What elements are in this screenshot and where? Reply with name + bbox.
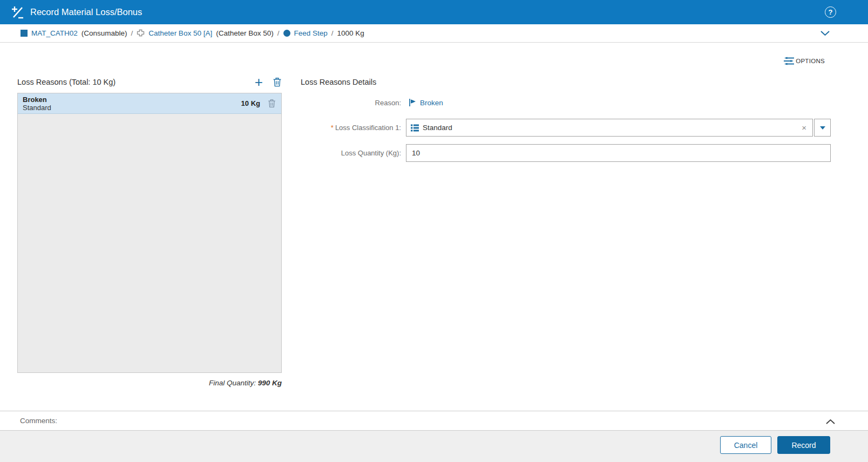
reason-value-wrap: Broken	[408, 98, 443, 107]
reason-row: Reason: Broken	[301, 97, 443, 108]
delete-all-loss-reasons-button[interactable]	[273, 77, 282, 87]
flag-icon	[408, 98, 417, 107]
comments-label: Comments:	[20, 417, 57, 425]
breadcrumb-container-link[interactable]: Catheter Box 50 [A]	[148, 29, 212, 37]
breadcrumb-separator: /	[277, 29, 280, 37]
loss-reason-item-quantity: 10 Kg	[241, 99, 260, 107]
dropdown-arrow-icon	[820, 126, 825, 130]
breadcrumb-container-desc: (Catheter Box 50)	[216, 29, 274, 37]
cancel-button[interactable]: Cancel	[720, 436, 771, 454]
reason-label: Reason:	[301, 99, 401, 107]
title-bar: Record Material Loss/Bonus ?	[0, 0, 868, 24]
options-icon	[784, 57, 794, 65]
material-icon	[21, 30, 28, 37]
final-quantity: Final Quantity: 990 Kg	[17, 379, 282, 387]
loss-classification-control: Standard ×	[406, 119, 831, 137]
options-label: OPTIONS	[796, 58, 825, 64]
reason-value: Broken	[420, 99, 443, 107]
chevron-up-icon[interactable]	[825, 417, 836, 427]
loss-reason-item-classification: Standard	[23, 104, 241, 112]
breadcrumb-step-link[interactable]: Feed Step	[294, 29, 328, 37]
breadcrumb-quantity: 1000 Kg	[337, 29, 364, 37]
loss-reasons-list: Broken Standard 10 Kg	[17, 93, 282, 373]
main-content: OPTIONS Loss Reasons (Total: 10 Kg) + Br…	[0, 43, 868, 411]
options-button[interactable]: OPTIONS	[784, 57, 825, 65]
loss-quantity-input[interactable]	[406, 144, 831, 162]
loss-classification-row: *Loss Classification 1: Standard ×	[301, 119, 831, 137]
loss-classification-label: *Loss Classification 1:	[301, 124, 401, 132]
container-icon	[137, 29, 145, 37]
loss-reason-list-item[interactable]: Broken Standard 10 Kg	[18, 93, 281, 114]
loss-reason-item-text: Broken Standard	[23, 96, 241, 112]
loss-reasons-details-title: Loss Reasons Details	[301, 78, 376, 86]
chevron-down-icon[interactable]	[820, 30, 830, 38]
delete-loss-reason-button[interactable]	[268, 99, 276, 108]
required-marker: *	[331, 124, 334, 132]
loss-classification-field[interactable]: Standard ×	[406, 119, 813, 137]
loss-quantity-row: Loss Quantity (Kg):	[301, 144, 831, 162]
list-icon	[411, 124, 419, 132]
footer-bar: Cancel Record	[0, 431, 868, 462]
breadcrumb-material-link[interactable]: MAT_CATH02	[31, 29, 78, 37]
loss-reasons-header: Loss Reasons (Total: 10 Kg) +	[17, 74, 282, 90]
breadcrumb-separator: /	[331, 29, 334, 37]
loss-quantity-label: Loss Quantity (Kg):	[301, 149, 401, 157]
record-material-loss-bonus-window: Record Material Loss/Bonus ? MAT_CATH02 …	[0, 0, 868, 462]
help-icon[interactable]: ?	[825, 6, 836, 18]
final-quantity-label: Final Quantity:	[209, 379, 256, 387]
loss-reasons-title: Loss Reasons (Total: 10 Kg)	[17, 78, 255, 86]
breadcrumb-material-type: (Consumable)	[82, 29, 127, 37]
loss-bonus-icon	[11, 5, 25, 19]
page-title: Record Material Loss/Bonus	[30, 7, 142, 17]
loss-reason-item-reason: Broken	[23, 96, 241, 104]
comments-section[interactable]: Comments:	[0, 411, 868, 431]
step-icon	[283, 30, 290, 37]
clear-icon[interactable]: ×	[800, 123, 808, 132]
add-loss-reason-button[interactable]: +	[255, 76, 263, 88]
breadcrumb: MAT_CATH02 (Consumable) / Catheter Box 5…	[0, 24, 868, 43]
final-quantity-value: 990 Kg	[258, 379, 282, 387]
breadcrumb-separator: /	[131, 29, 133, 37]
loss-classification-value: Standard	[423, 124, 796, 132]
loss-classification-dropdown-button[interactable]	[814, 119, 831, 137]
record-button[interactable]: Record	[777, 436, 830, 454]
